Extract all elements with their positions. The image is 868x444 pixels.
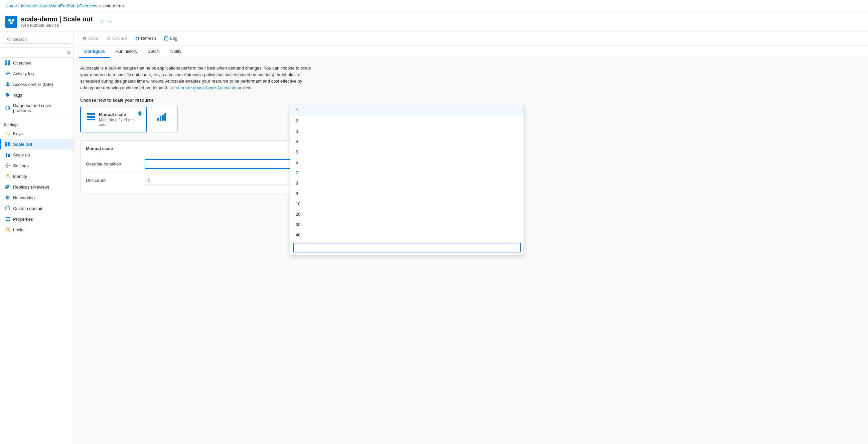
svg-rect-6: [8, 61, 10, 62]
nav-locks-label: Locks: [13, 227, 24, 232]
nav-access-control[interactable]: Access control (IAM): [0, 79, 73, 90]
diagnose-icon: ?: [5, 105, 10, 111]
custom-autoscale-icon: [157, 112, 166, 121]
search-input[interactable]: [4, 35, 69, 44]
nav-keys-label: Keys: [13, 131, 23, 136]
toolbar: Save Discard Refresh Log: [73, 31, 868, 46]
svg-rect-46: [162, 115, 164, 121]
breadcrumb-current: scale-demo: [101, 3, 124, 8]
svg-rect-9: [6, 72, 10, 72]
content-area: Autoscale is a built-in feature that hel…: [73, 58, 868, 444]
breadcrumb-overview[interactable]: Microsoft.AzureWebPubSub | Overview: [21, 3, 97, 8]
dropdown-item-40[interactable]: 40: [290, 230, 524, 240]
dropdown-item-10[interactable]: 10: [290, 199, 524, 209]
dropdown-item-7[interactable]: 7: [290, 168, 524, 178]
svg-point-25: [7, 174, 9, 176]
nav-tags-label: Tags: [13, 93, 22, 98]
nav-custom-domain-label: Custom domain: [13, 206, 43, 211]
manual-scale-radio[interactable]: [138, 111, 142, 116]
tab-run-history[interactable]: Run history: [110, 46, 143, 58]
nav-networking[interactable]: Networking: [0, 192, 73, 203]
collapse-button[interactable]: «: [67, 49, 70, 56]
sidebar: « Overview Activity log Access control (…: [0, 31, 73, 444]
tab-notify[interactable]: Notify: [165, 46, 187, 58]
nav-identity[interactable]: Identity: [0, 171, 73, 182]
manual-scale-desc: Maintain a fixed unit count: [99, 118, 141, 127]
dropdown-item-4[interactable]: 4: [290, 137, 524, 147]
nav-identity-label: Identity: [13, 174, 27, 179]
activity-log-icon: [5, 71, 10, 76]
dropdown-item-8[interactable]: 8: [290, 178, 524, 188]
svg-rect-8: [8, 63, 10, 65]
more-button[interactable]: ···: [107, 18, 113, 25]
save-button[interactable]: Save: [79, 34, 101, 42]
refresh-button[interactable]: Refresh: [132, 34, 160, 42]
svg-rect-21: [8, 144, 10, 146]
scale-up-icon: [5, 152, 10, 157]
tags-icon: [5, 92, 10, 98]
page-header-actions: ☆ ···: [99, 18, 113, 25]
locks-icon: [5, 227, 10, 232]
nav-diagnose[interactable]: ? Diagnose and solve problems: [0, 100, 73, 116]
svg-rect-10: [6, 73, 10, 74]
nav-scale-up[interactable]: Scale up: [0, 149, 73, 160]
nav-overview[interactable]: Overview: [0, 58, 73, 68]
svg-rect-18: [5, 143, 7, 145]
page-header-text: scale-demo | Scale out Web PubSub Servic…: [21, 16, 93, 28]
dropdown-item-9[interactable]: 9: [290, 188, 524, 199]
dropdown-item-2[interactable]: 2: [290, 116, 524, 126]
manual-scale-radio-wrapper: [138, 111, 142, 117]
tab-configure[interactable]: Configure: [79, 46, 110, 58]
learn-more-link[interactable]: Learn more about Azure Autoscale: [169, 85, 236, 90]
manual-scale-icon: [86, 112, 96, 121]
favorite-button[interactable]: ☆: [99, 18, 105, 25]
nav-properties[interactable]: Properties: [0, 214, 73, 224]
keys-icon: [5, 131, 10, 136]
custom-autoscale-card[interactable]: [151, 107, 178, 132]
svg-rect-22: [6, 153, 7, 157]
pubsub-icon: [8, 18, 15, 25]
nav-scale-out[interactable]: Scale out: [0, 139, 73, 149]
nav-divider: [4, 117, 69, 117]
dropdown-search-input[interactable]: [293, 243, 521, 253]
dropdown-item-20[interactable]: 20: [290, 209, 524, 219]
svg-rect-0: [8, 19, 11, 21]
dropdown-item-6[interactable]: 6: [290, 157, 524, 168]
nav-replicas[interactable]: Replicas (Preview): [0, 182, 73, 192]
svg-rect-41: [87, 113, 95, 115]
page-title: scale-demo | Scale out: [21, 16, 93, 23]
nav-activity-log[interactable]: Activity log: [0, 68, 73, 79]
save-label: Save: [88, 36, 98, 41]
svg-rect-43: [87, 119, 95, 120]
page-header: scale-demo | Scale out Web PubSub Servic…: [0, 12, 868, 31]
tab-json[interactable]: JSON: [143, 46, 165, 58]
nav-settings-label: Settings: [13, 163, 29, 168]
svg-text:?: ?: [7, 105, 10, 110]
svg-rect-2: [10, 22, 12, 24]
dropdown-item-30[interactable]: 30: [290, 219, 524, 230]
svg-rect-7: [5, 63, 7, 65]
breadcrumb-home[interactable]: Home: [5, 3, 17, 8]
discard-button[interactable]: Discard: [103, 34, 130, 42]
svg-line-4: [11, 21, 13, 22]
settings-section-label: Settings: [0, 119, 73, 128]
nav-settings[interactable]: Settings: [0, 160, 73, 171]
nav-keys[interactable]: Keys: [0, 128, 73, 139]
manual-scale-card[interactable]: Manual scale Maintain a fixed unit count: [80, 107, 147, 132]
dropdown-item-5[interactable]: 5: [290, 147, 524, 157]
nav-tags[interactable]: Tags: [0, 90, 73, 100]
nav-custom-domain[interactable]: Custom domain: [0, 203, 73, 214]
dropdown-item-3[interactable]: 3: [290, 126, 524, 137]
nav-locks[interactable]: Locks: [0, 224, 73, 235]
svg-line-3: [10, 21, 12, 22]
dropdown-panel: 1 2 3 4 5 6 7 8 9 10 20 30 40: [290, 105, 524, 256]
svg-rect-11: [6, 75, 8, 75]
nav-access-control-label: Access control (IAM): [13, 82, 53, 87]
breadcrumb: Home › Microsoft.AzureWebPubSub | Overvi…: [0, 0, 868, 12]
nav-activity-log-label: Activity log: [13, 71, 34, 76]
custom-domain-icon: [5, 206, 10, 211]
nav-scale-out-label: Scale out: [13, 142, 32, 147]
dropdown-item-1[interactable]: 1: [290, 105, 524, 116]
svg-rect-1: [12, 19, 14, 21]
log-button[interactable]: Log: [161, 34, 181, 42]
